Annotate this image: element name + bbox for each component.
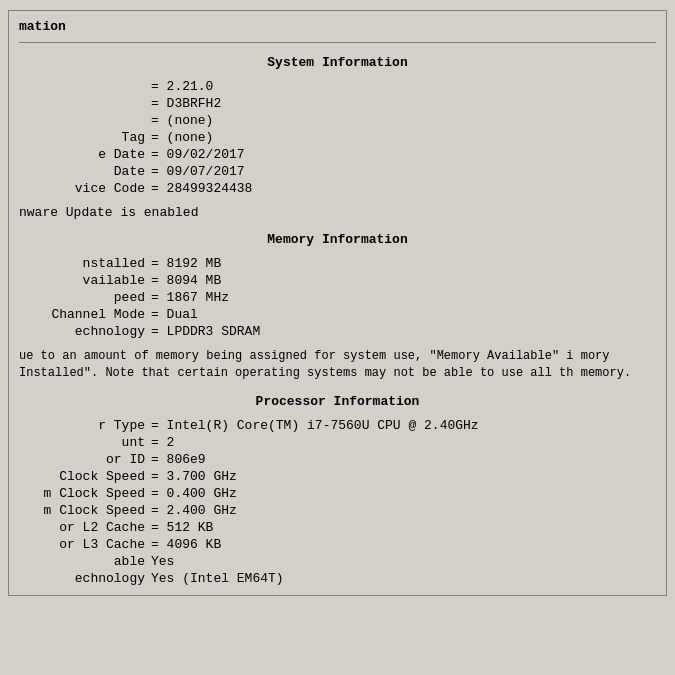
table-row: = D3BRFH2 xyxy=(19,95,656,112)
table-row: Clock Speed = 3.700 GHz xyxy=(19,468,656,485)
table-row: echnology Yes (Intel EM64T) xyxy=(19,570,656,587)
field-label: e Date xyxy=(19,146,149,163)
field-value: = 0.400 GHz xyxy=(149,485,656,502)
panel-header: mation xyxy=(19,19,656,34)
field-value: = D3BRFH2 xyxy=(149,95,656,112)
field-label: Clock Speed xyxy=(19,468,149,485)
field-value: = 28499324438 xyxy=(149,180,656,197)
table-row: r Type = Intel(R) Core(TM) i7-7560U CPU … xyxy=(19,417,656,434)
field-value: = Dual xyxy=(149,306,656,323)
field-label xyxy=(19,112,149,129)
processor-info-table: r Type = Intel(R) Core(TM) i7-7560U CPU … xyxy=(19,417,656,587)
field-label: vice Code xyxy=(19,180,149,197)
field-value: = 2 xyxy=(149,434,656,451)
field-value: = 4096 KB xyxy=(149,536,656,553)
field-label: able xyxy=(19,553,149,570)
field-label: or L2 Cache xyxy=(19,519,149,536)
field-value: = 09/02/2017 xyxy=(149,146,656,163)
field-value: = 806e9 xyxy=(149,451,656,468)
field-label xyxy=(19,95,149,112)
table-row: Date = 09/07/2017 xyxy=(19,163,656,180)
info-panel: mation System Information = 2.21.0 = D3B… xyxy=(8,10,667,596)
field-value: = 2.21.0 xyxy=(149,78,656,95)
field-label: Tag xyxy=(19,129,149,146)
memory-note: ue to an amount of memory being assigned… xyxy=(19,348,656,382)
field-label: echnology xyxy=(19,323,149,340)
system-info-table: = 2.21.0 = D3BRFH2 = (none) Tag = (none)… xyxy=(19,78,656,197)
memory-info-table: nstalled = 8192 MB vailable = 8094 MB pe… xyxy=(19,255,656,340)
table-row: = 2.21.0 xyxy=(19,78,656,95)
processor-info-title: Processor Information xyxy=(19,394,656,409)
field-value: Yes (Intel EM64T) xyxy=(149,570,656,587)
system-info-title: System Information xyxy=(19,55,656,70)
field-label: Date xyxy=(19,163,149,180)
table-row: Channel Mode = Dual xyxy=(19,306,656,323)
field-value: = 1867 MHz xyxy=(149,289,656,306)
table-row: m Clock Speed = 0.400 GHz xyxy=(19,485,656,502)
table-row: or L2 Cache = 512 KB xyxy=(19,519,656,536)
table-row: vice Code = 28499324438 xyxy=(19,180,656,197)
table-row: Tag = (none) xyxy=(19,129,656,146)
field-value: = 8192 MB xyxy=(149,255,656,272)
table-row: unt = 2 xyxy=(19,434,656,451)
field-label: vailable xyxy=(19,272,149,289)
field-value: Yes xyxy=(149,553,656,570)
memory-info-title: Memory Information xyxy=(19,232,656,247)
field-value: = 3.700 GHz xyxy=(149,468,656,485)
field-label: nstalled xyxy=(19,255,149,272)
table-row: echnology = LPDDR3 SDRAM xyxy=(19,323,656,340)
field-label: or L3 Cache xyxy=(19,536,149,553)
field-label: Channel Mode xyxy=(19,306,149,323)
field-value: = (none) xyxy=(149,129,656,146)
table-row: able Yes xyxy=(19,553,656,570)
table-row: nstalled = 8192 MB xyxy=(19,255,656,272)
table-row: e Date = 09/02/2017 xyxy=(19,146,656,163)
table-row: m Clock Speed = 2.400 GHz xyxy=(19,502,656,519)
field-label: echnology xyxy=(19,570,149,587)
field-value: = LPDDR3 SDRAM xyxy=(149,323,656,340)
field-label: unt xyxy=(19,434,149,451)
table-row: peed = 1867 MHz xyxy=(19,289,656,306)
field-label xyxy=(19,78,149,95)
firmware-note: nware Update is enabled xyxy=(19,205,656,220)
field-label: or ID xyxy=(19,451,149,468)
field-value: = 8094 MB xyxy=(149,272,656,289)
main-window: mation System Information = 2.21.0 = D3B… xyxy=(0,0,675,675)
table-row: or ID = 806e9 xyxy=(19,451,656,468)
field-label: m Clock Speed xyxy=(19,485,149,502)
field-label: peed xyxy=(19,289,149,306)
field-label: m Clock Speed xyxy=(19,502,149,519)
field-value: = Intel(R) Core(TM) i7-7560U CPU @ 2.40G… xyxy=(149,417,656,434)
field-value: = (none) xyxy=(149,112,656,129)
field-label: r Type xyxy=(19,417,149,434)
divider-top xyxy=(19,42,656,43)
table-row: or L3 Cache = 4096 KB xyxy=(19,536,656,553)
table-row: = (none) xyxy=(19,112,656,129)
field-value: = 2.400 GHz xyxy=(149,502,656,519)
field-value: = 09/07/2017 xyxy=(149,163,656,180)
table-row: vailable = 8094 MB xyxy=(19,272,656,289)
field-value: = 512 KB xyxy=(149,519,656,536)
